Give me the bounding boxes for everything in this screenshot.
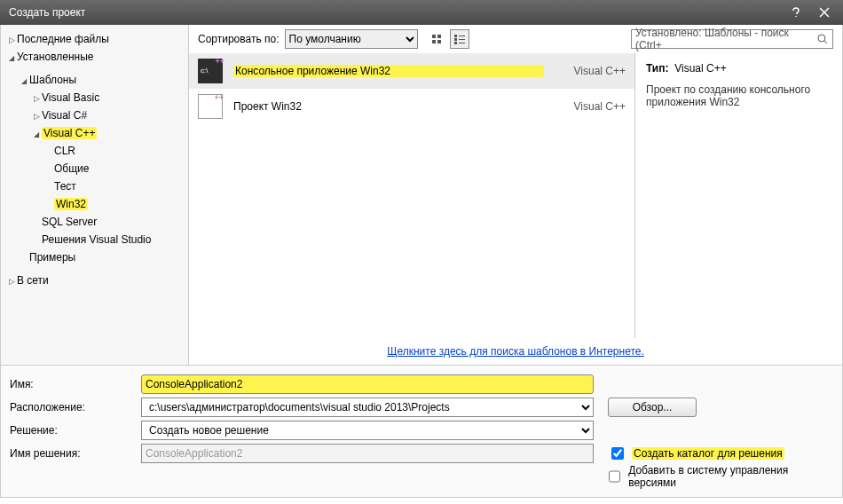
svg-rect-9 bbox=[459, 43, 465, 43]
svg-rect-2 bbox=[432, 40, 436, 43]
close-button[interactable] bbox=[811, 4, 838, 21]
tree-win32[interactable]: Win32 bbox=[1, 195, 188, 213]
source-control-label: Добавить в систему управления версиями bbox=[628, 464, 833, 489]
tree-label: Установленные bbox=[17, 51, 93, 63]
svg-rect-5 bbox=[459, 35, 465, 36]
action-bar: OK Отмена bbox=[0, 498, 843, 504]
template-project-win32[interactable]: Проект Win32 Visual C++ bbox=[189, 89, 634, 124]
svg-rect-3 bbox=[437, 40, 441, 43]
help-button[interactable] bbox=[783, 4, 809, 21]
template-icon bbox=[198, 94, 223, 119]
source-control-checkbox[interactable] bbox=[609, 470, 621, 483]
browse-button[interactable]: Обзор... bbox=[608, 398, 697, 417]
search-input[interactable]: Установлено: Шаблоны - поиск (Ctrl+ bbox=[631, 29, 833, 49]
template-lang: Visual C++ bbox=[555, 65, 626, 77]
window-title: Создать проект bbox=[9, 6, 781, 19]
template-console-win32[interactable]: c:\ Консольное приложение Win32 Visual C… bbox=[189, 53, 634, 89]
tree-label: Решения Visual Studio bbox=[42, 233, 151, 246]
tree-samples[interactable]: Примеры bbox=[1, 248, 188, 266]
sort-dropdown[interactable]: По умолчанию bbox=[285, 29, 418, 49]
location-input[interactable]: c:\users\администратор\documents\visual … bbox=[141, 398, 594, 417]
tree-label: SQL Server bbox=[42, 216, 97, 228]
sort-label: Сортировать по: bbox=[198, 33, 280, 45]
tree-label: Win32 bbox=[54, 198, 88, 210]
template-pane: Сортировать по: По умолчанию Установлено… bbox=[189, 25, 842, 365]
view-list-icons[interactable] bbox=[450, 29, 469, 49]
solution-label: Решение: bbox=[10, 424, 134, 437]
tree-visual-cs[interactable]: Visual C# bbox=[1, 106, 188, 124]
tree-recent[interactable]: Последние файлы bbox=[1, 30, 188, 48]
svg-rect-6 bbox=[454, 38, 457, 41]
create-dir-label: Создать каталог для решения bbox=[632, 447, 784, 460]
search-placeholder: Установлено: Шаблоны - поиск (Ctrl+ bbox=[635, 27, 816, 51]
bottom-form: Имя: Расположение: c:\users\администрато… bbox=[0, 366, 843, 498]
tree-online[interactable]: В сети bbox=[1, 272, 188, 289]
template-icon: c:\ bbox=[198, 59, 223, 83]
type-label: Тип: bbox=[646, 62, 669, 75]
svg-rect-0 bbox=[432, 35, 436, 38]
tree-label: Примеры bbox=[29, 251, 75, 264]
template-description: Проект по созданию консольного приложени… bbox=[646, 83, 831, 108]
tree-installed[interactable]: Установленные bbox=[1, 48, 188, 66]
tree-clr[interactable]: CLR bbox=[1, 142, 188, 160]
tree-visual-basic[interactable]: Visual Basic bbox=[1, 89, 188, 106]
search-online-link[interactable]: Щелкните здесь для поиска шаблонов в Инт… bbox=[387, 345, 644, 358]
tree-label: В сети bbox=[17, 274, 49, 287]
solution-dropdown[interactable]: Создать новое решение bbox=[141, 421, 594, 440]
type-value: Visual C++ bbox=[674, 62, 726, 75]
search-online: Щелкните здесь для поиска шаблонов в Инт… bbox=[189, 338, 842, 365]
toolbar: Сортировать по: По умолчанию Установлено… bbox=[189, 25, 842, 53]
titlebar: Создать проект bbox=[0, 0, 843, 25]
svg-point-10 bbox=[818, 35, 825, 42]
template-lang: Visual C++ bbox=[555, 100, 626, 113]
tree-visual-cpp[interactable]: Visual C++ bbox=[1, 124, 188, 142]
name-input[interactable] bbox=[141, 374, 594, 394]
view-large-icons[interactable] bbox=[427, 29, 446, 49]
tree-label: Общие bbox=[54, 162, 89, 175]
create-dir-checkbox[interactable] bbox=[611, 447, 624, 460]
name-label: Имя: bbox=[10, 378, 134, 390]
svg-rect-4 bbox=[454, 35, 457, 37]
tree-templates[interactable]: Шаблоны bbox=[1, 71, 188, 89]
template-name: Проект Win32 bbox=[233, 100, 544, 113]
description-pane: Тип: Visual C++ Проект по созданию консо… bbox=[634, 53, 842, 338]
tree-label: Шаблоны bbox=[29, 74, 76, 86]
tree-label: Тест bbox=[54, 180, 76, 193]
svg-rect-8 bbox=[454, 42, 457, 44]
solution-name-input[interactable] bbox=[141, 444, 594, 463]
tree-sql-server[interactable]: SQL Server bbox=[1, 213, 188, 231]
tree-vs-solutions[interactable]: Решения Visual Studio bbox=[1, 231, 188, 248]
tree-label: Visual C# bbox=[42, 109, 87, 122]
tree-label: Visual C++ bbox=[42, 127, 97, 139]
sidebar: Последние файлы Установленные Шаблоны Vi… bbox=[1, 25, 189, 365]
solution-name-label: Имя решения: bbox=[10, 447, 134, 460]
tree-label: Visual Basic bbox=[42, 91, 99, 104]
template-name: Консольное приложение Win32 bbox=[233, 65, 544, 77]
svg-rect-7 bbox=[459, 39, 465, 40]
svg-rect-1 bbox=[437, 35, 441, 38]
tree-label: CLR bbox=[54, 145, 75, 157]
tree-label: Последние файлы bbox=[17, 33, 109, 45]
location-label: Расположение: bbox=[10, 401, 134, 413]
template-list: c:\ Консольное приложение Win32 Visual C… bbox=[189, 53, 634, 338]
main-content: Последние файлы Установленные Шаблоны Vi… bbox=[0, 25, 843, 366]
tree-general[interactable]: Общие bbox=[1, 160, 188, 177]
tree-test[interactable]: Тест bbox=[1, 177, 188, 195]
